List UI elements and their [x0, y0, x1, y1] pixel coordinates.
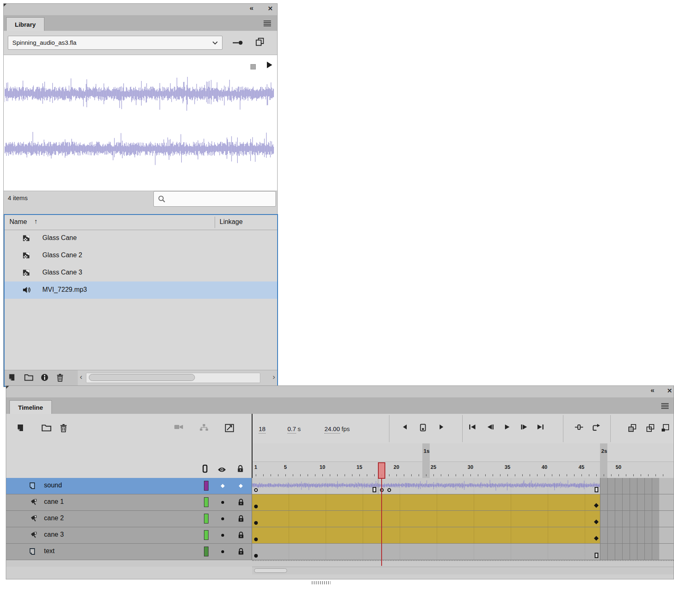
column-divider[interactable]	[215, 217, 215, 228]
ruler-tick	[507, 474, 508, 476]
scroll-right-icon[interactable]: ›	[273, 372, 275, 381]
ruler-tick	[463, 474, 463, 476]
layer-color-swatch[interactable]	[204, 514, 208, 524]
layer-visibility-dot[interactable]	[221, 517, 224, 520]
collapse-panel-icon[interactable]: «	[651, 386, 654, 395]
layer-color-swatch[interactable]	[204, 497, 208, 507]
document-dropdown[interactable]: Spinning_audio_as3.fla	[8, 36, 222, 50]
delete-button[interactable]	[60, 424, 67, 434]
center-frame-button[interactable]	[574, 424, 584, 432]
timeline-layer-row-cane-3: cane 3	[6, 527, 674, 544]
lock-icon[interactable]	[238, 498, 244, 508]
layer-color-swatch[interactable]	[204, 530, 208, 540]
horizontal-scrollbar[interactable]	[86, 373, 260, 383]
go-to-first-frame-button[interactable]	[468, 424, 476, 432]
eye-header-icon[interactable]	[218, 467, 226, 474]
new-layer-button[interactable]	[16, 424, 24, 434]
layer-label-cane-2[interactable]: cane 2	[6, 511, 252, 527]
layer-visibility-dot[interactable]	[221, 534, 224, 537]
onion-skin-outlines-button[interactable]	[646, 424, 655, 434]
step-forward-button[interactable]	[520, 424, 528, 432]
layer-visibility-dot[interactable]	[221, 550, 224, 553]
collapse-panel-icon[interactable]: «	[250, 4, 253, 12]
new-folder-button[interactable]	[24, 374, 33, 383]
ruler-tick	[256, 474, 256, 476]
tab-timeline[interactable]: Timeline	[9, 400, 52, 414]
current-frame-value: 18	[259, 425, 266, 434]
frame-rate-field[interactable]: 24.00fps	[324, 425, 350, 432]
lock-icon[interactable]	[238, 548, 244, 557]
library-item-glass-cane-3[interactable]: Glass Cane 3	[5, 264, 277, 281]
layer-label-cane-1[interactable]: cane 1	[6, 494, 252, 510]
ruler-tick	[641, 474, 641, 476]
ruler-tick	[411, 474, 412, 476]
search-input[interactable]	[153, 191, 276, 207]
lock-icon[interactable]	[238, 531, 244, 540]
close-panel-icon[interactable]: ✕	[268, 5, 273, 12]
camera-icon-disabled[interactable]	[174, 424, 184, 432]
lock-icon[interactable]	[238, 515, 244, 524]
playhead-marker-button[interactable]	[420, 424, 426, 433]
current-frame-field[interactable]: 18	[259, 425, 266, 432]
scroll-left-icon[interactable]: ‹	[80, 372, 82, 381]
layer-visibility-dot[interactable]	[221, 484, 225, 488]
play-button[interactable]	[504, 424, 510, 432]
outline-color-header-icon[interactable]	[202, 464, 208, 475]
edit-multiple-frames-button[interactable]	[661, 424, 669, 434]
layer-frames-text[interactable]	[252, 544, 674, 560]
layer-lock-dot[interactable]	[239, 484, 243, 488]
layer-frames-cane-2[interactable]	[252, 511, 674, 527]
playhead-line[interactable]	[381, 478, 382, 566]
timeline-layer-row-sound: sound	[6, 478, 674, 494]
keyframe-hollow-circle	[387, 488, 391, 492]
panel-menu-icon[interactable]	[661, 403, 669, 409]
lock-header-icon[interactable]	[237, 465, 244, 474]
layer-visibility-dot[interactable]	[221, 501, 224, 504]
sound-icon	[23, 286, 31, 295]
parenting-view-icon-disabled[interactable]	[199, 424, 208, 433]
playhead-marker[interactable]	[378, 462, 385, 479]
scrollbar-thumb[interactable]	[254, 568, 287, 573]
library-item-label: Glass Cane 2	[42, 251, 82, 259]
column-header-name[interactable]: Name	[9, 218, 27, 226]
delete-button[interactable]	[56, 374, 64, 383]
layer-color-swatch[interactable]	[204, 481, 208, 491]
properties-button[interactable]	[41, 374, 49, 383]
panel-menu-icon[interactable]	[264, 21, 271, 26]
library-item-mvi-7229-mp3[interactable]: MVI_7229.mp3	[5, 281, 277, 299]
layer-frames-cane-3[interactable]	[252, 527, 674, 543]
new-folder-button[interactable]	[42, 424, 51, 433]
step-forward-one-frame-button[interactable]	[438, 424, 445, 432]
loop-playback-button[interactable]	[592, 424, 601, 433]
layer-color-swatch[interactable]	[204, 547, 208, 556]
new-symbol-button[interactable]	[8, 374, 16, 383]
library-item-glass-cane[interactable]: Glass Cane	[5, 230, 277, 247]
layer-label-cane-3[interactable]: cane 3	[6, 527, 252, 543]
ruler-frame-number: 25	[429, 464, 438, 470]
scrollbar-thumb[interactable]	[89, 374, 195, 381]
play-icon[interactable]	[267, 62, 272, 68]
tab-library[interactable]: Library	[6, 17, 44, 31]
step-back-one-frame-button[interactable]	[402, 424, 408, 432]
onion-skin-button[interactable]	[628, 424, 637, 434]
timeline-horizontal-scrollbar[interactable]	[252, 567, 674, 574]
layer-frames-cane-1[interactable]	[252, 494, 674, 510]
timeline-titlebar[interactable]: « ✕	[6, 386, 674, 398]
library-titlebar[interactable]: « ✕	[4, 4, 277, 16]
empty-frames	[659, 511, 674, 527]
ruler-tick	[485, 474, 486, 476]
library-item-glass-cane-2[interactable]: Glass Cane 2	[5, 247, 277, 264]
timeline-seconds-band[interactable]	[252, 443, 674, 461]
layer-label-sound[interactable]: sound	[6, 478, 252, 494]
step-back-button[interactable]	[486, 424, 494, 432]
layer-frames-sound[interactable]	[252, 478, 674, 494]
column-header-linkage[interactable]: Linkage	[220, 218, 243, 226]
pin-library-icon[interactable]	[232, 40, 244, 47]
elapsed-time-field[interactable]: 0.7s	[287, 425, 301, 432]
panel-resize-gripper[interactable]	[312, 581, 331, 584]
frame-view-icon[interactable]	[225, 424, 234, 434]
go-to-last-frame-button[interactable]	[537, 424, 544, 432]
new-library-panel-icon[interactable]	[255, 37, 264, 48]
close-panel-icon[interactable]: ✕	[667, 387, 672, 395]
layer-label-text[interactable]: text	[6, 544, 252, 560]
